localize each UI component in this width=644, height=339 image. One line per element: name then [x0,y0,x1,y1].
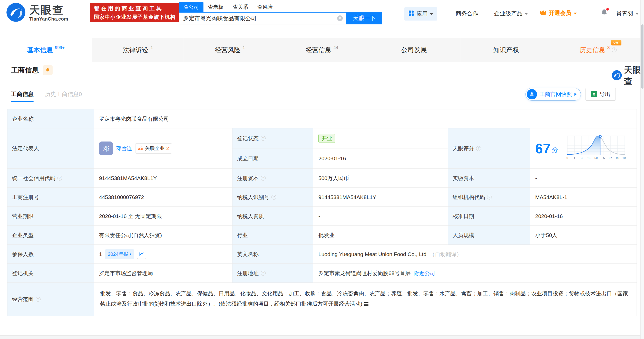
tab-company-development[interactable]: 公司发展 [368,38,460,62]
company-type-value: 有限责任公司(自然人独资) [94,226,232,244]
tab-count: 3 [607,45,610,50]
tab-count: 1 [151,45,153,50]
biz-cooperation-link[interactable]: 商务合作 [456,10,478,17]
banner-line1: 都在用的商业查询工具 [94,5,176,12]
reg-capital-label: 注册资本 [232,169,313,187]
search-tab-risk[interactable]: 查风险 [253,2,277,12]
chevron-down-icon [636,13,639,15]
credit-code-value: 91445381MA54AK8L1Y [94,169,232,187]
nearby-companies-link[interactable]: 附近公司 [414,270,435,277]
expand-more-icon[interactable] [364,302,368,306]
company-nav-tabs: 基本信息 999+ 法律诉讼 1 经营风险 1 经营信息 44 公司发展 知识产… [0,38,644,62]
tab-label: 知识产权 [493,46,519,54]
tianyancha-logo[interactable]: 天眼查 TianYanCha.com [6,3,68,23]
help-icon[interactable] [612,48,617,52]
label-text: 统一社会信用代码 [12,175,55,182]
staff-size-label: 人员规模 [448,226,530,244]
enterprise-product-menu[interactable]: 企业级产品 [494,10,528,17]
network-icon [138,145,143,152]
annual-report-badge[interactable]: 2024年报 [105,249,134,259]
search-button[interactable]: 天眼一下 [346,12,382,24]
apps-label: 应用 [416,10,428,18]
tab-history-info[interactable]: VIP 历史信息 3 [552,38,644,62]
help-icon[interactable] [271,195,276,200]
reg-authority-label: 登记机关 [7,264,94,282]
tab-legal-lawsuits[interactable]: 法律诉讼 1 [92,38,184,62]
notifications-button[interactable] [600,8,608,18]
help-icon[interactable] [487,195,492,200]
table-row: 登记机关 罗定市市场监督管理局 注册地址 罗定市素龙街道岗咀村委岗腰68号首层 … [7,264,637,283]
avatar[interactable]: 邓 [99,142,113,155]
apps-menu[interactable]: 应用 [404,7,437,21]
promo-banner: 都在用的商业查询工具 国家中小企业发展子基金旗下机构 [90,3,180,22]
search-tab-boss[interactable]: 查老板 [203,2,228,12]
app-grid-icon [408,10,414,17]
notification-dot [606,8,609,11]
tianyancha-swirl-icon [6,3,26,23]
tab-operating-risk[interactable]: 经营风险 1 [184,38,276,62]
industry-label: 行业 [232,226,313,244]
reg-status-label: 登记状态 [232,128,313,148]
label-text: 登记状态 [237,135,259,142]
subscribe-alert-button[interactable] [43,65,53,75]
vertical-scrollbar[interactable] [640,0,644,339]
svg-text:99: 99 [616,156,619,159]
table-row: 企业名称 罗定市粤光肉联食品有限公司 [7,109,637,128]
related-companies-button[interactable]: 关联企业 2 [135,143,172,154]
taxpayer-quality-label: 纳税人资质 [232,207,313,225]
help-icon[interactable] [261,136,266,141]
search-tab-company[interactable]: 查公司 [179,2,203,12]
bell-icon [600,8,608,18]
tianyancha-watermark: 天眼查 [612,64,644,87]
reg-number-value: 445381000076972 [94,188,232,206]
status-badge: 开业 [318,134,335,143]
svg-text:1: 1 [574,156,575,159]
scrollbar-thumb[interactable] [641,24,643,89]
enterprise-product-label: 企业级产品 [494,10,522,17]
tianyan-score-cell: 67 分 [530,128,637,168]
label-text: 经营范围 [12,296,34,303]
label-text: 注册地址 [237,270,259,277]
subtab-history-business-info[interactable]: 历史工商信息0 [45,90,82,102]
tab-basic-info[interactable]: 基本信息 999+ [0,38,92,62]
address-value: 罗定市素龙街道岗咀村委岗腰68号首层 [318,270,411,277]
org-code-label: 组织机构代码 [448,188,530,206]
arrow-right-icon [130,253,131,256]
svg-text:50: 50 [594,156,598,159]
taxpayer-id-value: 91445381MA54AK8L1Y [313,188,448,206]
tab-label: 历史信息 [580,46,605,54]
legal-rep-name-link[interactable]: 邓雪连 [116,145,132,152]
export-label: 导出 [600,91,610,98]
page-bottom-strip [0,335,644,339]
help-icon[interactable] [261,176,266,181]
official-snapshot-button[interactable]: 工商官网快照 [525,88,581,101]
legal-rep-cell: 邓 邓雪连 关联企业 2 [94,128,232,168]
help-icon[interactable] [476,146,481,151]
clear-search-icon[interactable] [337,15,343,21]
tianyancha-swirl-icon [612,70,622,81]
table-row: 法定代表人 邓 邓雪连 关联企业 2 登记状态 [7,128,637,169]
search-tab-relation[interactable]: 查关系 [228,2,253,12]
help-icon[interactable] [36,297,41,302]
subtab-business-info[interactable]: 工商信息 [11,90,34,102]
search-input[interactable] [179,12,346,24]
user-menu[interactable]: 肖青羽 [616,10,639,17]
snapshot-label: 工商官网快照 [540,91,572,98]
svg-text:0: 0 [567,156,568,159]
stamp-icon [527,89,537,99]
insured-count-label: 参保人数 [7,245,94,263]
help-icon[interactable] [57,176,62,181]
vip-badge: VIP [611,40,621,45]
approval-date-label: 核准日期 [448,207,530,225]
bell-icon [45,68,50,73]
tab-intellectual-property[interactable]: 知识产权 [460,38,552,62]
help-icon[interactable] [261,271,266,276]
tab-operating-info[interactable]: 经营信息 44 [276,38,368,62]
export-button[interactable]: 导出 [586,88,616,101]
tab-count: 44 [334,45,338,50]
open-vip-menu[interactable]: 开通会员 [540,9,577,17]
company-name-value: 罗定市粤光肉联食品有限公司 [94,109,637,128]
tab-label: 公司发展 [401,46,427,54]
tab-count: 1 [243,45,245,50]
insured-trend-button[interactable] [137,250,146,259]
